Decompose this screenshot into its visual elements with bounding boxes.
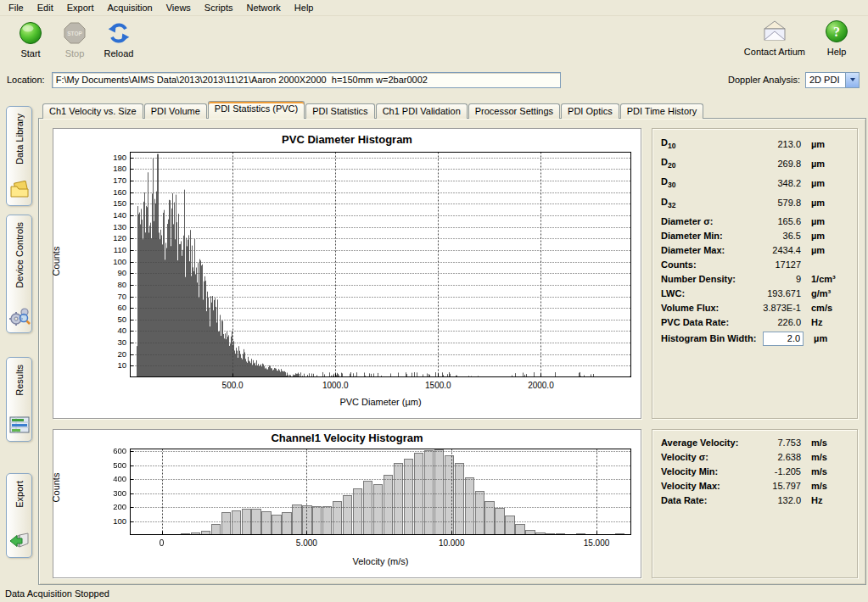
tab-processor-settings[interactable]: Processor Settings — [468, 103, 560, 119]
y-tick-label: 40 — [99, 326, 126, 335]
menu-item-network[interactable]: Network — [239, 1, 287, 14]
stat-value: 17127 — [750, 259, 801, 270]
stat-label: D20 — [661, 157, 750, 170]
histogram-bin-width-input[interactable] — [763, 332, 804, 346]
x-tick-label: 1000.0 — [311, 381, 359, 390]
reload-icon — [105, 20, 132, 47]
stat-value: 213.0 — [750, 139, 801, 149]
y-tick-label: 300 — [99, 489, 126, 498]
sidebar-item-label: Device Controls — [14, 222, 25, 288]
stat-label: Histogram Bin Width: — [661, 333, 756, 343]
tab-pdi-time-history[interactable]: PDI Time History — [620, 103, 704, 119]
velocity-statistics-panel: Average Velocity:7.753m/sVelocity σ:2.63… — [652, 429, 858, 578]
stat-label: LWC: — [661, 288, 750, 298]
y-tick-label: 170 — [99, 176, 126, 185]
stat-value: 579.8 — [750, 198, 801, 208]
menu-item-help[interactable]: Help — [288, 1, 321, 14]
chevron-down-icon[interactable] — [845, 73, 859, 87]
stat-label: Velocity Min: — [661, 466, 750, 477]
folders-icon — [8, 178, 31, 200]
sidebar-item-results[interactable]: Results — [6, 357, 32, 442]
sidebar-item-export[interactable]: Export — [6, 473, 32, 558]
stat-unit: Hz — [811, 317, 848, 327]
status-bar: Data Acquisition Stopped — [0, 585, 868, 602]
stat-row: Histogram Bin Width:µm — [661, 332, 848, 346]
y-tick-label: 600 — [99, 447, 126, 455]
tab-pdi-volume[interactable]: PDI Volume — [144, 103, 207, 119]
location-input[interactable] — [52, 72, 561, 88]
stat-label: Volume Flux: — [661, 303, 750, 313]
app-window: FileEditExportAcquisitionViewsScriptsNet… — [0, 0, 868, 602]
y-tick-label: 150 — [99, 199, 126, 208]
menu-item-export[interactable]: Export — [60, 1, 101, 14]
menu-bar: FileEditExportAcquisitionViewsScriptsNet… — [0, 0, 868, 16]
y-tick-label: 400 — [99, 475, 126, 483]
stat-row: Velocity σ:2.638m/s — [661, 452, 848, 462]
help-button[interactable]: ? Help — [817, 18, 856, 57]
stat-unit: 1/cm³ — [811, 274, 848, 284]
stat-unit: µm — [814, 333, 848, 343]
stat-label: Diameter Min: — [661, 231, 750, 241]
stop-button[interactable]: STOP Stop — [53, 18, 97, 59]
velocity-histogram-panel: Channel1 Velocity Histogram Counts Veloc… — [53, 429, 641, 578]
chart-title: Channel1 Velocity Histogram — [53, 432, 641, 444]
menu-item-views[interactable]: Views — [160, 1, 198, 14]
stat-unit: µm — [811, 178, 848, 188]
stat-value: -1.205 — [750, 466, 801, 477]
x-tick-label: 1500.0 — [414, 381, 462, 390]
y-tick-label: 140 — [99, 211, 126, 220]
tab-ch1-pdi-validation[interactable]: Ch1 PDI Validation — [376, 103, 468, 119]
stat-unit: m/s — [811, 481, 848, 491]
y-tick-label: 50 — [99, 315, 126, 324]
tab-area: Ch1 Velocity vs. SizePDI VolumePDI Stati… — [38, 101, 868, 585]
diameter-statistics-panel: D10213.0µmD20269.8µmD30348.2µmD32579.8µm… — [652, 128, 858, 419]
reload-button[interactable]: Reload — [97, 18, 141, 59]
x-tick-label: 5.000 — [283, 538, 330, 548]
doppler-analysis-select[interactable]: 2D PDI — [805, 72, 860, 88]
stat-label: Velocity Max: — [661, 481, 750, 491]
y-tick-label: 120 — [99, 234, 126, 242]
stat-label: D10 — [661, 137, 750, 150]
menu-item-acquisition[interactable]: Acquisition — [101, 1, 160, 14]
y-tick-label: 180 — [99, 164, 126, 173]
stat-row: D10213.0µm — [661, 137, 848, 150]
x-tick-label: 0 — [138, 538, 186, 548]
tab-pdi-statistics[interactable]: PDI Statistics — [305, 103, 374, 119]
pvc-diameter-histogram-panel: PVC Diameter Histogram Counts PVC Diamet… — [53, 128, 641, 419]
y-tick-label: 80 — [99, 281, 126, 289]
start-button-label: Start — [20, 48, 40, 59]
stat-row: Average Velocity:7.753m/s — [661, 438, 848, 448]
stat-row: Diameter Min:36.5µm — [661, 231, 848, 241]
stat-value: 9 — [750, 274, 801, 284]
stat-value: 7.753 — [750, 438, 801, 448]
gears-icon — [8, 305, 31, 327]
menu-item-scripts[interactable]: Scripts — [198, 1, 240, 14]
tab-pdi-statistics-pvc[interactable]: PDI Statistics (PVC) — [208, 101, 305, 119]
menu-item-edit[interactable]: Edit — [31, 1, 60, 14]
stat-value: 132.0 — [750, 495, 801, 505]
stat-row: D20269.8µm — [661, 157, 848, 170]
sidebar-item-device-controls[interactable]: Device Controls — [6, 215, 32, 333]
stat-row: Counts:17127 — [661, 259, 848, 270]
stat-value: 348.2 — [750, 178, 801, 188]
mail-icon — [761, 18, 788, 45]
y-axis-title: Counts — [51, 473, 61, 503]
stat-unit: m/s — [811, 438, 848, 448]
stat-value: 165.6 — [750, 216, 801, 226]
tab-ch1-velocity-vs-size[interactable]: Ch1 Velocity vs. Size — [42, 103, 143, 119]
stat-label: D32 — [661, 197, 750, 209]
stat-row: LWC:193.671g/m³ — [661, 288, 848, 298]
sidebar-item-data-library[interactable]: Data Library — [6, 106, 32, 206]
sidebar-item-label: Results — [14, 365, 25, 396]
stop-button-label: Stop — [65, 48, 85, 59]
tab-pdi-optics[interactable]: PDI Optics — [561, 103, 619, 119]
stat-label: Number Density: — [661, 274, 750, 284]
stat-row: Diameter Max:2434.4µm — [661, 245, 848, 255]
doppler-analysis-label: Doppler Analysis: — [728, 75, 800, 85]
stat-row: Diameter σ:165.6µm — [661, 216, 848, 226]
start-button[interactable]: Start — [8, 18, 53, 59]
menu-item-file[interactable]: File — [2, 1, 31, 14]
contact-artium-button[interactable]: Contact Artium — [741, 18, 809, 57]
y-tick-label: 10 — [99, 361, 126, 370]
tab-page-pdi-statistics-pvc: PVC Diameter Histogram Counts PVC Diamet… — [38, 118, 866, 585]
